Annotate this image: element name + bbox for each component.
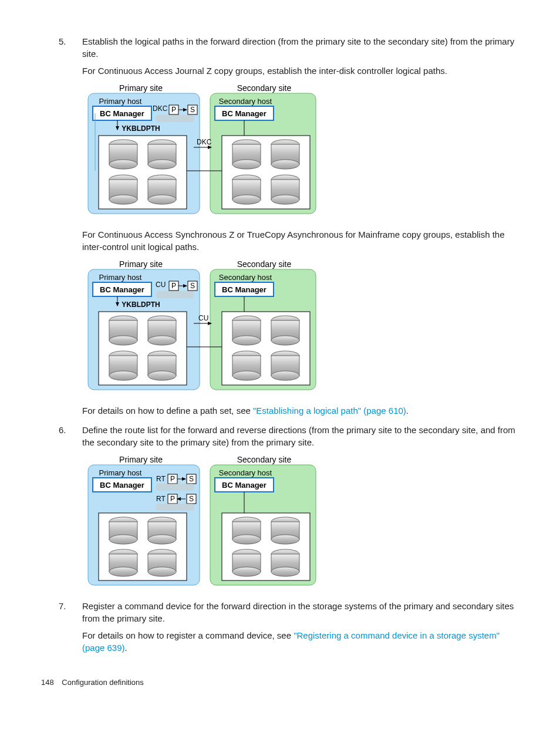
svg-point-104 [148, 535, 176, 544]
ykbldpth-label-2: YKBLDPTH [122, 301, 160, 309]
figure-cu: Primary site Primary host BC Manager CU … [82, 259, 519, 394]
secondary-site-label: Secondary site [237, 83, 292, 93]
svg-text:Secondary site: Secondary site [237, 259, 292, 269]
svg-text:Primary site: Primary site [119, 455, 163, 464]
primary-site-label: Primary site [119, 83, 163, 93]
figure-rt: Primary site Primary host BC Manager RT … [82, 454, 519, 589]
svg-point-61 [148, 371, 176, 380]
svg-text:BC Manager: BC Manager [222, 481, 266, 490]
footer-section: Configuration definitions [62, 678, 143, 687]
step-number: 6. [59, 424, 66, 436]
svg-text:BC Manager: BC Manager [222, 285, 266, 294]
bc-manager-primary: BC Manager [100, 109, 144, 118]
page-number: 148 [41, 677, 54, 688]
svg-point-12 [148, 160, 176, 169]
svg-text:Secondary host: Secondary host [219, 273, 272, 282]
bc-manager-secondary: BC Manager [222, 109, 266, 118]
svg-point-73 [271, 336, 299, 345]
svg-point-107 [109, 567, 137, 576]
svg-text:P: P [170, 495, 175, 503]
s-box-1: S [190, 106, 195, 114]
figure-dkc: Primary site Primary host BC Manager DKC… [82, 83, 519, 218]
link-establish-logical-path[interactable]: "Establishing a logical path" (page 610) [253, 406, 406, 416]
step-7-text-2: For details on how to register a command… [82, 629, 519, 654]
dkc-label-conn: DKC [197, 138, 212, 146]
cu-label-conn: CU [198, 314, 208, 322]
p-box-1: P [171, 106, 176, 114]
ykbldpth-label-1: YKBLDPTH [122, 124, 160, 133]
rt-label-2: RT [156, 495, 166, 503]
step-5-text-3: For Continuous Access Synchronous Z or T… [82, 228, 519, 253]
svg-point-52 [109, 336, 137, 345]
step-5-text-2: For Continuous Access Journal Z copy gro… [82, 65, 519, 77]
primary-host-label: Primary host [99, 97, 142, 106]
svg-text:Secondary site: Secondary site [237, 455, 292, 464]
svg-point-125 [232, 567, 261, 576]
step-7: 7. Register a command device for the for… [59, 600, 519, 654]
svg-text:S: S [189, 495, 194, 503]
svg-point-30 [232, 195, 261, 204]
svg-text:S: S [189, 475, 194, 483]
dkc-label-top: DKC [153, 104, 168, 113]
svg-text:P: P [171, 282, 176, 290]
svg-point-79 [271, 371, 299, 380]
svg-point-58 [109, 371, 137, 380]
svg-text:Primary site: Primary site [119, 259, 163, 269]
step-number: 5. [59, 35, 66, 48]
step-6: 6. Define the route list for the forward… [59, 424, 519, 589]
svg-point-122 [271, 535, 299, 544]
rt-label-1: RT [156, 475, 166, 483]
svg-text:Secondary host: Secondary host [219, 468, 272, 477]
svg-point-110 [148, 567, 176, 576]
svg-point-18 [148, 195, 176, 204]
svg-point-33 [271, 195, 299, 204]
svg-text:Primary host: Primary host [99, 273, 142, 282]
svg-text:BC Manager: BC Manager [100, 285, 144, 294]
svg-point-76 [232, 371, 261, 380]
svg-point-15 [109, 195, 137, 204]
svg-point-119 [232, 535, 261, 544]
svg-point-128 [271, 567, 299, 576]
svg-point-55 [148, 336, 176, 345]
step-6-text-1: Define the route list for the forward an… [82, 424, 519, 448]
svg-point-24 [232, 160, 261, 169]
svg-point-70 [232, 336, 261, 345]
svg-point-27 [271, 160, 299, 169]
svg-text:Primary host: Primary host [99, 468, 142, 477]
secondary-host-label: Secondary host [219, 97, 272, 106]
page-footer: 148 Configuration definitions [41, 677, 519, 688]
svg-text:P: P [170, 475, 175, 483]
step-7-text-1: Register a command device for the forwar… [82, 600, 519, 625]
svg-point-101 [109, 535, 137, 544]
svg-text:BC Manager: BC Manager [100, 481, 144, 490]
step-5: 5. Establish the logical paths in the fo… [59, 35, 519, 417]
step-5-text-4: For details on how to define a path set,… [82, 404, 519, 417]
step-number: 7. [59, 600, 66, 612]
svg-point-9 [109, 160, 137, 169]
svg-text:S: S [190, 282, 195, 290]
cu-label-top: CU [156, 281, 166, 289]
step-5-text-1: Establish the logical paths in the forwa… [82, 35, 519, 60]
